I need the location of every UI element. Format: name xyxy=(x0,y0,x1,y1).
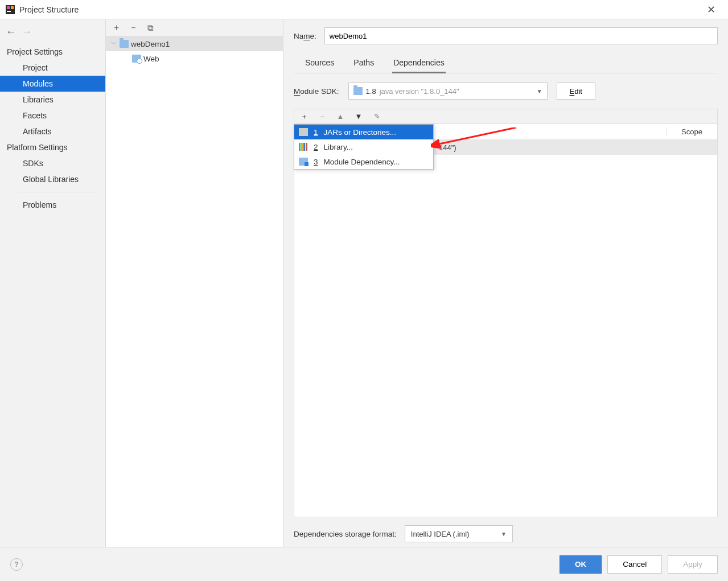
deps-remove-icon[interactable]: － xyxy=(318,112,326,122)
module-tree[interactable]: ﹀ webDemo1 Web xyxy=(106,36,283,547)
module-dep-icon xyxy=(299,158,308,166)
caret-down-icon: ▼ xyxy=(501,531,507,537)
library-icon xyxy=(299,143,308,151)
section-project-settings: Project Settings xyxy=(0,44,105,60)
deps-toolbar: ＋ － ▲ ▼ ✎ xyxy=(294,109,717,124)
module-name-input[interactable] xyxy=(324,27,718,44)
dialog-footer: ? OK Cancel Apply xyxy=(0,547,728,581)
section-platform-settings: Platform Settings xyxy=(0,139,105,155)
remove-icon[interactable]: － xyxy=(129,22,138,33)
copy-icon[interactable]: ⧉ xyxy=(146,23,155,33)
deps-row-text: 144") xyxy=(439,143,456,152)
tree-row-child[interactable]: Web xyxy=(106,51,283,66)
window-title: Project Structure xyxy=(19,5,700,14)
popup-module-dep[interactable]: 3 Module Dependency... xyxy=(294,154,433,169)
deps-up-icon[interactable]: ▲ xyxy=(336,112,344,121)
sdk-version: 1.8 xyxy=(366,87,376,96)
close-icon[interactable]: ✕ xyxy=(700,3,722,16)
svg-rect-1 xyxy=(7,6,10,9)
tab-sources[interactable]: Sources xyxy=(304,55,335,73)
tree-toolbar: ＋ － ⧉ xyxy=(106,19,283,36)
forward-icon[interactable]: → xyxy=(22,26,32,38)
popup-jars[interactable]: 1 JARs or Directories... xyxy=(294,125,433,139)
help-icon[interactable]: ? xyxy=(10,558,23,571)
storage-value: IntelliJ IDEA (.iml) xyxy=(411,530,470,538)
tab-paths[interactable]: Paths xyxy=(352,55,375,73)
nav-separator xyxy=(18,192,98,192)
tree-root-label: webDemo1 xyxy=(131,40,170,48)
module-tabs: Sources Paths Dependencies xyxy=(294,55,718,73)
deps-edit-icon[interactable]: ✎ xyxy=(373,112,381,121)
nav-libraries[interactable]: Libraries xyxy=(0,92,105,108)
caret-down-icon: ▼ xyxy=(537,88,542,94)
jar-icon xyxy=(299,128,308,136)
ok-button[interactable]: OK xyxy=(560,555,602,574)
module-tree-pane: ＋ － ⧉ ﹀ webDemo1 Web xyxy=(106,19,283,547)
apply-button[interactable]: Apply xyxy=(668,555,718,574)
nav-facets[interactable]: Facets xyxy=(0,108,105,123)
tree-child-label: Web xyxy=(143,55,159,63)
add-icon[interactable]: ＋ xyxy=(112,22,121,33)
deps-add-icon[interactable]: ＋ xyxy=(300,112,308,122)
nav-project[interactable]: Project xyxy=(0,60,105,76)
back-icon[interactable]: ← xyxy=(6,26,16,38)
svg-rect-3 xyxy=(7,11,11,12)
nav-global-libraries[interactable]: Global Libraries xyxy=(0,171,105,187)
deps-down-icon[interactable]: ▼ xyxy=(355,112,363,121)
storage-label: Dependencies storage format: xyxy=(294,530,397,538)
sdk-extra: java version "1.8.0_144" xyxy=(380,87,459,96)
tree-row-root[interactable]: ﹀ webDemo1 xyxy=(106,36,283,51)
cancel-button[interactable]: Cancel xyxy=(607,555,662,574)
titlebar: Project Structure ✕ xyxy=(0,0,728,19)
tab-dependencies[interactable]: Dependencies xyxy=(392,55,446,73)
svg-rect-2 xyxy=(11,6,14,9)
add-dependency-popup: 1 JARs or Directories... 2 Library... 3 … xyxy=(294,124,434,170)
web-facet-icon xyxy=(132,55,141,63)
nav-artifacts[interactable]: Artifacts xyxy=(0,123,105,139)
nav-modules[interactable]: Modules xyxy=(0,76,105,92)
sdk-folder-icon xyxy=(353,87,363,95)
module-folder-icon xyxy=(120,40,129,48)
name-label: Name: xyxy=(294,32,316,40)
app-icon xyxy=(6,5,15,14)
dependencies-table: ＋ － ▲ ▼ ✎ 1 JARs or Directories... 2 Lib… xyxy=(294,109,718,517)
edit-sdk-button[interactable]: Edit xyxy=(557,83,595,100)
popup-library[interactable]: 2 Library... xyxy=(294,139,433,154)
nav-sdks[interactable]: SDKs xyxy=(0,155,105,171)
module-sdk-label: Module SDK: xyxy=(294,87,339,96)
storage-format-combo[interactable]: IntelliJ IDEA (.iml) ▼ xyxy=(405,525,513,542)
deps-header-scope: Scope xyxy=(666,127,717,136)
module-editor: Name: Sources Paths Dependencies Module … xyxy=(283,19,728,547)
nav-problems[interactable]: Problems xyxy=(0,197,105,213)
chevron-down-icon[interactable]: ﹀ xyxy=(110,40,117,48)
module-sdk-combo[interactable]: 1.8 java version "1.8.0_144" ▼ xyxy=(348,83,548,100)
left-nav: ← → Project Settings Project Modules Lib… xyxy=(0,19,106,547)
deps-body[interactable]: 144") xyxy=(294,140,717,517)
